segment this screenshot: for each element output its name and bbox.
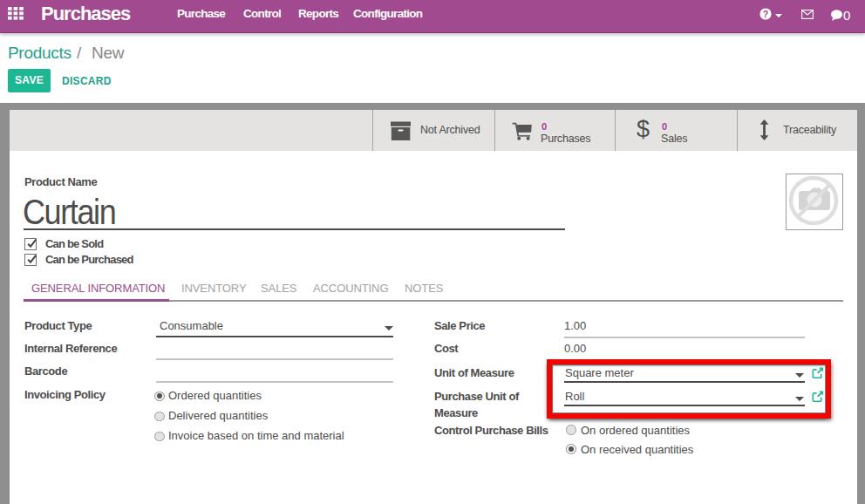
svg-text:?: ? — [763, 9, 768, 19]
